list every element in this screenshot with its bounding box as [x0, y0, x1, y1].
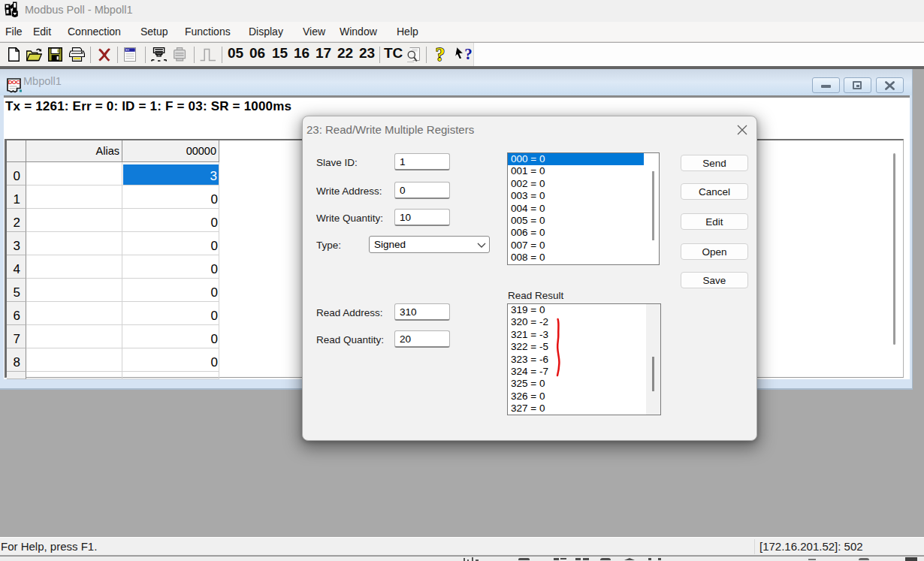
- svg-text:?: ?: [464, 46, 473, 63]
- svg-text:DOC: DOC: [8, 79, 20, 86]
- svg-text:?: ?: [436, 45, 445, 65]
